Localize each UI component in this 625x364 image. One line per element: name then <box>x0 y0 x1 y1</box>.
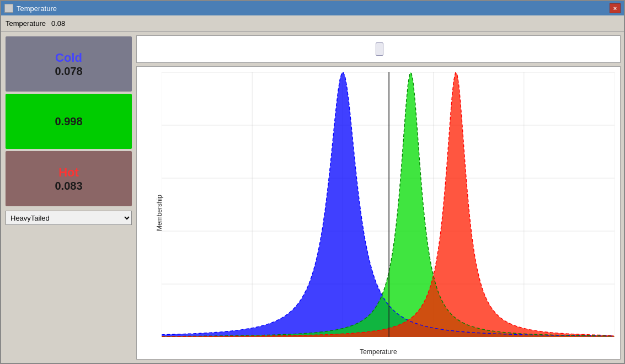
main-window: Temperature × Temperature 0.08 Cold 0.07… <box>0 0 625 364</box>
titlebar-left: Temperature <box>4 4 57 13</box>
hot-box: Hot 0.083 <box>6 151 132 206</box>
window-title: Temperature <box>17 4 57 13</box>
right-panel: Membership Temperature <box>136 32 624 363</box>
chart-svg: 0 0.2 0.4 0.6 0.8 1 -20 -12 -4 4 12 20 <box>162 72 615 337</box>
toolbar-label: Temperature <box>6 19 46 28</box>
normal-box: 0.998 <box>6 94 132 149</box>
dropdown-row[interactable]: HeavyTailed Gaussian Triangular <box>6 211 132 225</box>
toolbar-value: 0.08 <box>51 19 73 28</box>
chart-area: Membership Temperature <box>136 66 621 360</box>
content-area: Cold 0.078 0.998 Hot 0.083 HeavyTailed G… <box>1 32 624 363</box>
window-icon <box>4 4 13 13</box>
cold-value: 0.078 <box>55 65 82 78</box>
toolbar: Temperature 0.08 <box>1 15 624 32</box>
left-panel: Cold 0.078 0.998 Hot 0.083 HeavyTailed G… <box>1 32 136 363</box>
normal-value: 0.998 <box>55 115 82 128</box>
distribution-dropdown[interactable]: HeavyTailed Gaussian Triangular <box>6 211 132 225</box>
cold-box: Cold 0.078 <box>6 36 132 92</box>
chart-inner: 0 0.2 0.4 0.6 0.8 1 -20 -12 -4 4 12 20 <box>162 72 615 337</box>
hot-value: 0.083 <box>55 180 82 192</box>
hot-label: Hot <box>58 165 79 180</box>
x-axis-label: Temperature <box>360 348 397 356</box>
close-button[interactable]: × <box>610 3 621 13</box>
titlebar: Temperature × <box>1 1 624 15</box>
temperature-slider[interactable] <box>141 44 616 55</box>
cold-label: Cold <box>55 51 82 65</box>
slider-container <box>136 35 621 63</box>
